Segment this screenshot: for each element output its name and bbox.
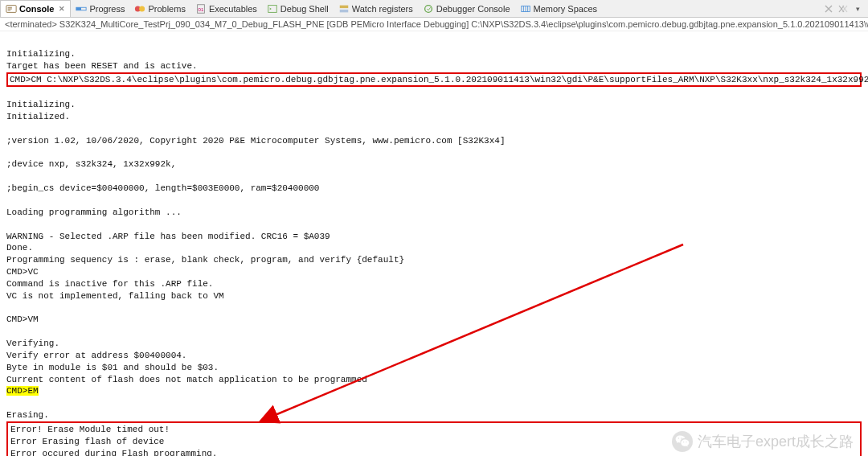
tab-problems[interactable]: Problems (129, 0, 190, 17)
problems-icon (134, 3, 145, 14)
memory-spaces-icon (520, 3, 531, 14)
annotation-box-cmdcm: CMD>CM C:\NXP\S32DS.3.4\eclipse\plugins\… (6, 72, 862, 88)
tab-executables[interactable]: 01 Executables (190, 0, 262, 17)
tab-label: Debug Shell (280, 4, 329, 14)
tab-toolbar: ▾ (823, 3, 868, 14)
progress-icon (76, 3, 87, 14)
wechat-logo-icon (672, 431, 693, 452)
console-text: Erasing. (6, 410, 49, 420)
tab-label: Executables (209, 4, 257, 14)
tab-watch-registers[interactable]: Watch registers (334, 0, 418, 17)
tab-memory-spaces[interactable]: Memory Spaces (515, 0, 602, 17)
remove-all-icon[interactable] (837, 3, 849, 14)
tab-label: Problems (148, 4, 185, 14)
remove-launch-icon[interactable] (823, 3, 834, 14)
console-text: CMD>CM C:\NXP\S32DS.3.4\eclipse\plugins\… (10, 75, 868, 84)
annotation-arrow (0, 31, 868, 456)
tab-label: Console (19, 4, 54, 14)
watch-registers-icon (338, 3, 350, 14)
console-text: Initializing. Initialized. ;version 1.02… (6, 100, 506, 384)
console-session-status: <terminated> S32K324_MultiCore_TestPrj_0… (0, 18, 868, 31)
console-text: Error! Erase Module timed out! Error Era… (10, 425, 217, 456)
svg-point-10 (424, 5, 432, 12)
tab-label: Memory Spaces (534, 4, 597, 14)
tab-progress[interactable]: Progress (71, 0, 129, 17)
tab-label: Progress (89, 4, 125, 14)
svg-point-4 (140, 6, 145, 11)
highlight-cmd-em: CMD>EM (6, 386, 39, 396)
watermark: 汽车电子expert成长之路 (672, 431, 854, 452)
svg-text:01: 01 (199, 6, 204, 11)
svg-rect-9 (340, 9, 349, 12)
console-text: Initializing. Target has been RESET and … (6, 49, 198, 71)
debug-shell-icon (267, 3, 278, 14)
watermark-text: 汽车电子expert成长之路 (698, 432, 854, 451)
view-tabs: Console ✕ Progress Problems 01 Executabl… (0, 0, 868, 18)
svg-rect-8 (340, 5, 349, 8)
svg-rect-2 (76, 7, 81, 10)
tab-debugger-console[interactable]: Debugger Console (418, 0, 515, 17)
console-icon (6, 3, 17, 14)
tab-label: Debugger Console (436, 4, 510, 14)
tab-console[interactable]: Console ✕ (0, 0, 71, 17)
svg-rect-7 (268, 5, 277, 12)
console-output[interactable]: Initializing. Target has been RESET and … (0, 31, 868, 456)
tab-debug-shell[interactable]: Debug Shell (262, 0, 334, 17)
svg-line-12 (273, 244, 683, 416)
close-icon[interactable]: ✕ (59, 5, 65, 13)
executables-icon: 01 (195, 3, 207, 14)
debugger-console-icon (423, 3, 434, 14)
dropdown-icon[interactable]: ▾ (852, 3, 863, 14)
tab-label: Watch registers (352, 4, 413, 14)
